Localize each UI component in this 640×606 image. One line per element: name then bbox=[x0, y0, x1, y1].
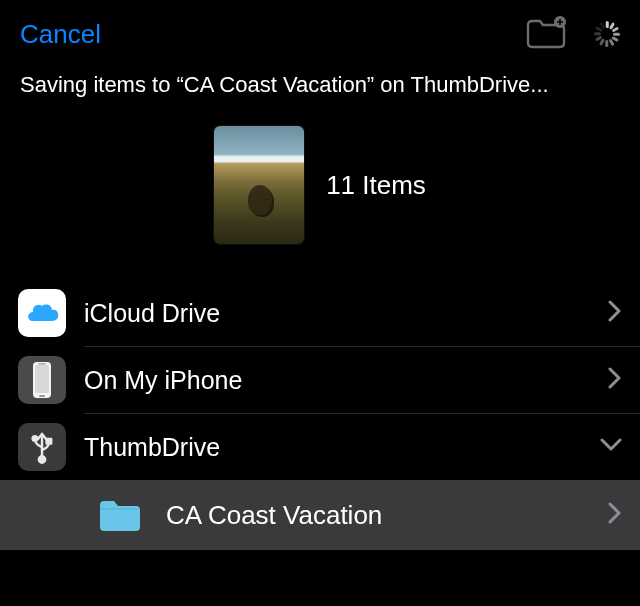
chevron-down-icon bbox=[600, 438, 622, 456]
location-label: iCloud Drive bbox=[84, 299, 608, 328]
subfolder-row-ca-coast-vacation[interactable]: CA Coast Vacation bbox=[0, 480, 640, 550]
activity-spinner-icon bbox=[594, 21, 620, 47]
item-count-label: 11 Items bbox=[326, 170, 426, 201]
svg-point-5 bbox=[33, 436, 38, 441]
svg-rect-4 bbox=[38, 363, 46, 364]
locations-list: iCloud Drive On My iPhone bbox=[0, 280, 640, 550]
svg-rect-6 bbox=[47, 439, 52, 444]
location-row-on-my-iphone[interactable]: On My iPhone bbox=[0, 347, 640, 413]
chevron-right-icon bbox=[608, 502, 622, 528]
chevron-right-icon bbox=[608, 367, 622, 393]
navbar: Cancel bbox=[0, 0, 640, 64]
location-label: On My iPhone bbox=[84, 366, 608, 395]
location-row-icloud-drive[interactable]: iCloud Drive bbox=[0, 280, 640, 346]
iphone-icon bbox=[18, 356, 66, 404]
chevron-right-icon bbox=[608, 300, 622, 326]
cancel-button[interactable]: Cancel bbox=[20, 19, 101, 50]
new-folder-icon[interactable] bbox=[524, 15, 566, 53]
status-text: Saving items to “CA Coast Vacation” on T… bbox=[0, 64, 640, 98]
svg-rect-3 bbox=[39, 395, 45, 397]
subfolder-label: CA Coast Vacation bbox=[166, 500, 608, 531]
svg-rect-2 bbox=[35, 365, 49, 393]
preview-row: 11 Items bbox=[0, 98, 640, 280]
location-label: ThumbDrive bbox=[84, 433, 600, 462]
folder-icon bbox=[96, 495, 144, 535]
item-thumbnail bbox=[214, 126, 304, 244]
usb-icon bbox=[18, 423, 66, 471]
svg-point-7 bbox=[39, 456, 45, 462]
icloud-drive-icon bbox=[18, 289, 66, 337]
navbar-right bbox=[524, 15, 620, 53]
save-to-files-sheet: Cancel Saving items to “CA Coast Vacatio… bbox=[0, 0, 640, 606]
location-row-thumbdrive[interactable]: ThumbDrive bbox=[0, 414, 640, 480]
